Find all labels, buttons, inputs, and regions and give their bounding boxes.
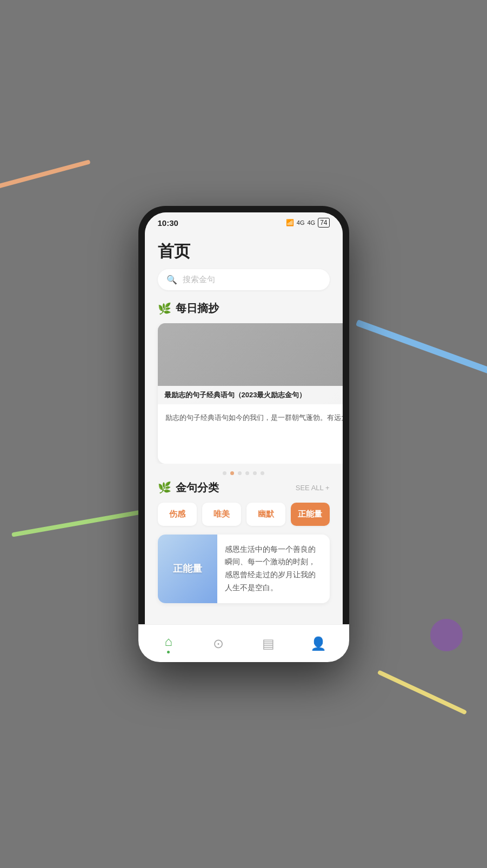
daily-section-icon: 🌿	[158, 302, 171, 315]
category-section-icon: 🌿	[158, 481, 171, 494]
quote-card[interactable]: 正能量 感恩生活中的每一个善良的瞬间、每一个激动的时刻，感恩曾经走过的岁月让我的…	[158, 535, 330, 603]
article-card-1[interactable]: avancer... C'est avec toi que je	[158, 323, 343, 464]
category-section-header: 🌿 金句分类 SEE ALL +	[145, 480, 343, 503]
category-section-title: 金句分类	[176, 480, 219, 495]
card-carousel[interactable]: avancer... C'est avec toi que je	[145, 323, 343, 464]
signal2-icon: 4G	[307, 219, 315, 226]
phone-screen: 10:30 📶 4G 4G 74 首页 🔍 搜索金句 🌿 每日摘抄	[145, 212, 343, 656]
card-image-1: avancer... C'est avec toi que je	[158, 323, 343, 404]
status-time: 10:30	[158, 218, 178, 228]
cat-tab-zhengneng[interactable]: 正能量	[291, 503, 330, 526]
dot-1[interactable]	[223, 471, 226, 475]
phone-frame: 10:30 📶 4G 4G 74 首页 🔍 搜索金句 🌿 每日摘抄	[138, 206, 349, 662]
see-all-button[interactable]: SEE ALL +	[296, 484, 330, 492]
status-bar: 10:30 📶 4G 4G 74	[145, 212, 343, 231]
cat-tab-weimei[interactable]: 唯美	[202, 503, 241, 526]
page-title: 首页	[145, 231, 343, 269]
search-placeholder: 搜索金句	[183, 275, 215, 285]
battery-indicator: 74	[318, 218, 329, 228]
category-tabs: 伤感 唯美 幽默 正能量	[145, 503, 343, 535]
dot-3[interactable]	[238, 471, 242, 475]
quote-text: 感恩生活中的每一个善良的瞬间、每一个激动的时刻，感恩曾经走过的岁月让我的人生不是…	[225, 543, 322, 595]
list-icon: ▤	[262, 636, 275, 651]
dot-4[interactable]	[245, 471, 249, 475]
quote-image-label: 正能量	[173, 562, 202, 575]
cat-tab-youmo[interactable]: 幽默	[246, 503, 285, 526]
home-icon: ⌂	[165, 634, 173, 649]
dot-6[interactable]	[261, 471, 264, 475]
profile-icon: 👤	[310, 636, 326, 651]
cat-tab-shanggan[interactable]: 伤感	[158, 503, 197, 526]
quote-body: 感恩生活中的每一个善良的瞬间、每一个激动的时刻，感恩曾经走过的岁月让我的人生不是…	[217, 535, 330, 603]
bottom-nav: ⌂ ⊙ ▤ 👤	[145, 624, 343, 656]
carousel-dots	[145, 471, 343, 475]
dot-2[interactable]	[230, 471, 234, 475]
category-section: 🌿 金句分类 SEE ALL + 伤感 唯美 幽默	[145, 480, 343, 603]
nav-home[interactable]: ⌂	[145, 634, 194, 653]
discover-icon: ⊙	[213, 636, 224, 651]
wifi-icon: 📶	[286, 219, 294, 226]
daily-section-title: 每日摘抄	[176, 301, 219, 316]
scroll-content[interactable]: 首页 🔍 搜索金句 🌿 每日摘抄	[145, 231, 343, 656]
status-icons: 📶 4G 4G 74	[286, 218, 330, 228]
nav-profile[interactable]: 👤	[293, 636, 343, 651]
search-bar[interactable]: 🔍 搜索金句	[158, 269, 330, 290]
nav-discover[interactable]: ⊙	[194, 636, 244, 651]
daily-section-header: 🌿 每日摘抄	[145, 301, 343, 323]
card-text-1: 励志的句子经典语句如今的我们，是一群朝气蓬勃。有远大的理想、有奋斗的目标，不断的…	[165, 412, 343, 424]
signal-icon: 4G	[297, 219, 305, 226]
nav-list[interactable]: ▤	[244, 636, 294, 651]
card-image-title-1: 最励志的句子经典语句（2023最火励志金句）	[158, 386, 343, 404]
quote-image: 正能量	[158, 535, 217, 603]
dot-5[interactable]	[253, 471, 257, 475]
card-body-1: 励志的句子经典语句如今的我们，是一群朝气蓬勃。有远大的理想、有奋斗的目标，不断的…	[158, 404, 343, 431]
nav-home-dot	[167, 651, 170, 653]
search-icon: 🔍	[166, 275, 177, 285]
